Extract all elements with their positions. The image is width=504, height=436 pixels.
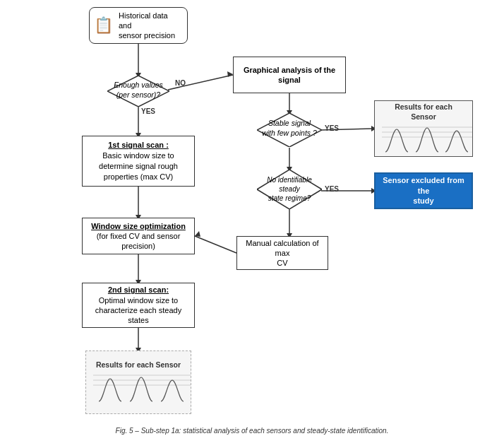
scan2-title: 2nd signal scan: [87, 285, 190, 295]
start-line2: sensor precision [119, 31, 175, 40]
svg-marker-23 [195, 231, 200, 237]
scan1-title: 1st signal scan : [87, 140, 190, 151]
scan1-title-text: 1st signal scan : [108, 141, 169, 149]
svg-marker-28 [257, 113, 322, 147]
label-yes-stable: YES [325, 124, 339, 132]
diamond-stable: Stable signal with few points ? [257, 113, 322, 147]
box-graphical: Graphical analysis of the signal [233, 57, 346, 93]
results-right-title: Results for each Sensor [382, 100, 465, 122]
scan1-body: Basic window size to determine signal ro… [87, 151, 190, 182]
box-winopt: Window size optimization (for fixed CV a… [82, 218, 195, 254]
diagram-container: 📋 Historical data and sensor precision E… [0, 0, 504, 436]
fig-caption: Fig. 5 – Sub-step 1a: statistical analys… [0, 427, 504, 435]
graphical-line1: Graphical analysis of the [244, 66, 335, 74]
start-box: 📋 Historical data and sensor precision [89, 7, 188, 44]
manual-line2: CV [277, 259, 287, 267]
results-bottom-chart [93, 372, 191, 407]
label-yes-no-id: YES [325, 185, 339, 193]
excluded-line2: study [413, 196, 433, 205]
svg-marker-29 [257, 170, 322, 209]
diamond-no-id: No identifiable steady state regime? [257, 170, 322, 209]
winopt-body: (for fixed CV and sensor precision) [87, 231, 190, 252]
results-bottom-title: Results for each Sensor [93, 358, 184, 370]
svg-marker-11 [227, 71, 233, 77]
box-scan2: 2nd signal scan: Optimal window size to … [82, 283, 195, 328]
label-yes-1: YES [141, 107, 155, 115]
graphical-line2: signal [278, 76, 301, 84]
box-results-right: Results for each Sensor [374, 100, 473, 157]
start-text: Historical data and sensor precision [119, 11, 183, 41]
manual-line1: Manual calculation of max [246, 239, 318, 257]
excluded-line1: Sensor excluded from the [383, 176, 464, 195]
diamond-enough: Enough values (per sensor)? [107, 76, 169, 107]
document-icon: 📋 [94, 16, 113, 36]
start-line1: Historical data and [119, 11, 168, 30]
scan2-body: Optimal window size to characterize each… [87, 295, 190, 326]
svg-line-22 [195, 236, 236, 253]
svg-marker-24 [107, 76, 169, 107]
label-no-1: NO [175, 79, 186, 87]
winopt-title: Window size optimization [87, 221, 190, 231]
box-manual: Manual calculation of max CV [236, 236, 328, 270]
box-excluded: Sensor excluded from the study [374, 172, 473, 209]
box-scan1: 1st signal scan : Basic window size to d… [82, 136, 195, 187]
results-right-chart [382, 124, 472, 158]
box-results-bottom: Results for each Sensor [85, 350, 191, 414]
